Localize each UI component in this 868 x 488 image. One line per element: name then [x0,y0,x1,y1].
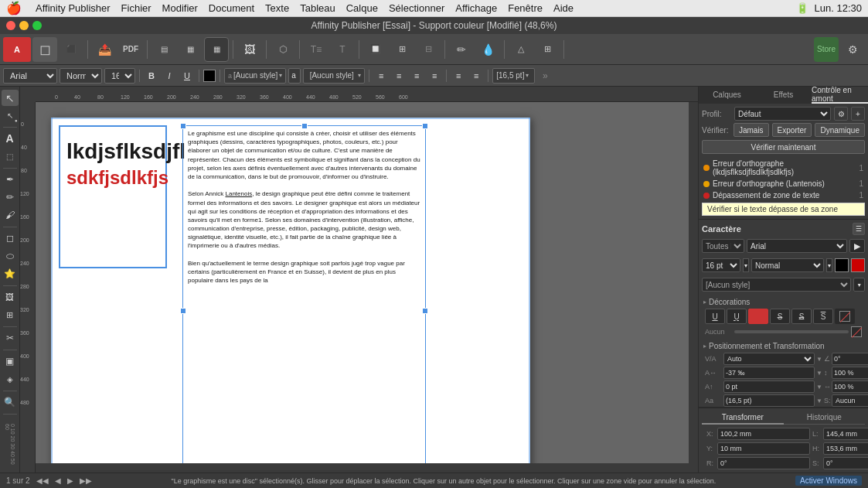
tb-snap[interactable]: 🔲 [363,37,388,62]
height2-input[interactable] [832,381,868,393]
select-tool[interactable]: ↖ [2,90,19,106]
char-color-swatch-black[interactable] [835,258,849,272]
bold-button[interactable]: B [144,68,159,84]
close-button[interactable] [6,21,15,30]
font-style-panel-select[interactable]: Normal [751,258,824,272]
menu-affichage[interactable]: Affichage [455,2,497,14]
handle-ml[interactable] [180,308,186,314]
shape-tool[interactable]: ⭐ [2,266,19,282]
fill-tool[interactable]: ▣ [2,353,19,370]
menu-texte[interactable]: Texte [265,2,289,14]
shear-select[interactable]: Aucun [832,394,868,407]
char-panel-menu[interactable]: ☰ [853,223,865,235]
nav-next[interactable]: ▶▶ [80,476,92,485]
error-1[interactable]: Erreur d'orthographe (lkdjsflksdjflsdlkf… [702,158,865,178]
tab-calques[interactable]: Calques [699,87,755,104]
angle-input[interactable] [832,353,868,365]
deco-slider[interactable] [734,330,849,333]
underline-button[interactable]: U [179,68,195,84]
anchor-grid[interactable] [702,428,703,452]
font-style-select[interactable]: Normal [60,68,102,84]
tb-brush[interactable]: ✏ [449,37,474,62]
verify-now-btn[interactable]: Vérifier maintenant [702,140,865,154]
char-style-dropdown[interactable]: a [Aucun style] ▾ [224,68,286,84]
crop-tool[interactable]: ✂ [2,330,19,346]
tracking-input[interactable] [723,367,815,379]
menu-selectionner[interactable]: Sélectionner [389,2,444,14]
deco-color-swatch[interactable] [851,326,862,337]
tab-controle[interactable]: Contrôle en amont [812,87,868,104]
deco-underline-dash[interactable]: U [727,309,747,324]
tb-pdf[interactable]: PDF [118,37,143,62]
align-left[interactable]: ≡ [373,68,389,84]
font-preview-btn[interactable]: ▶ [849,239,865,253]
font-size-down[interactable]: ▼ [743,258,749,272]
y-input[interactable] [717,442,810,455]
h-input[interactable] [823,442,868,455]
maximize-button[interactable] [32,21,42,30]
font-all-select[interactable]: Toutes les... [702,239,744,253]
tb-settings[interactable]: ⚙ [840,37,865,62]
handle-tr[interactable] [422,123,428,129]
char-subscript[interactable]: a [288,68,301,84]
list-bullet[interactable]: ≡ [451,68,466,84]
tab-historique[interactable]: Historique [784,411,866,425]
pencil-tool[interactable]: ✏ [2,189,19,206]
canvas-scrollbar-v[interactable] [689,102,698,473]
font-style-down[interactable]: ▼ [826,258,832,272]
deco-strikethrough2[interactable]: S [791,309,812,324]
nav-next2[interactable]: ▶ [67,476,73,485]
profile-settings-btn[interactable]: ⚙ [834,107,848,121]
x-input[interactable] [717,428,810,440]
canvas-scrollbar-h[interactable] [36,463,689,473]
tb-guides[interactable]: ⊟ [416,37,441,62]
italic-button[interactable]: I [162,68,177,84]
tb-texthide[interactable]: T [330,37,355,62]
deco-none-swatch[interactable] [835,309,855,324]
tb-close[interactable]: ⬛ [59,37,83,62]
size-input[interactable] [723,394,815,407]
align-justify[interactable]: ≡ [427,68,442,84]
handle-mr[interactable] [422,308,428,314]
deco-overline[interactable]: S [813,309,833,324]
menu-fichier[interactable]: Fichier [121,2,151,14]
text-tool[interactable]: A [2,131,19,147]
r-input[interactable] [717,457,810,469]
deco-strikethrough[interactable]: S [770,309,790,324]
pen-tool[interactable]: ✒ [2,172,19,188]
handle-tl[interactable] [180,123,186,129]
menu-aide[interactable]: Aide [553,2,574,14]
align-center[interactable]: ≡ [391,68,407,84]
para-style-dropdown[interactable]: [Aucun style] ▾ [303,68,365,84]
tb-export[interactable]: 📤 [92,37,117,62]
tb-view3[interactable]: ▦ [204,37,229,62]
profile-select[interactable]: Défaut [734,107,831,121]
tb-view2[interactable]: ▦ [178,37,203,62]
menu-tableau[interactable]: Tableau [300,2,335,14]
text-frame[interactable]: Le graphisme est une discipline qui cons… [182,125,426,473]
positioning-section[interactable]: ▸ Positionnement et Transformation [702,340,865,353]
font-family-select[interactable]: Arial [3,68,57,84]
error-3[interactable]: Dépassement de zone de texte 1 [702,189,865,201]
frame-text-tool[interactable]: ⬚ [2,148,19,165]
tb-dropper[interactable]: 💧 [475,37,500,62]
nav-prev[interactable]: ◀◀ [36,476,49,485]
tb-preflight[interactable]: △ [509,37,533,62]
more-options[interactable]: » [537,68,553,84]
menu-affinity[interactable]: Affinity Publisher [36,2,111,14]
align-right[interactable]: ≡ [409,68,424,84]
menu-modifier[interactable]: Modifier [162,2,198,14]
char-style-down[interactable]: ▼ [853,278,865,292]
activate-windows-btn[interactable]: Activer Windows [795,476,862,486]
image-tool[interactable]: 🖼 [2,289,19,305]
va-select[interactable]: Auto [723,353,815,365]
rect-tool[interactable]: ◻ [2,230,19,247]
point-size-dropdown[interactable]: [16,5 pt] ▾ [492,68,535,84]
document-page[interactable]: lkdjsflksdjfl sdkfjsdlkfjs Le graphisme [51,118,530,473]
menu-fenetre[interactable]: Fenêtre [508,2,543,14]
apple-menu[interactable]: 🍎 [6,1,22,15]
node-tool[interactable]: ↖● [2,107,19,124]
deco-underline[interactable]: U [705,309,725,324]
tb-insert-image[interactable]: 🖼 [237,37,262,62]
font-size-panel-select[interactable]: 16 pt [702,258,740,272]
